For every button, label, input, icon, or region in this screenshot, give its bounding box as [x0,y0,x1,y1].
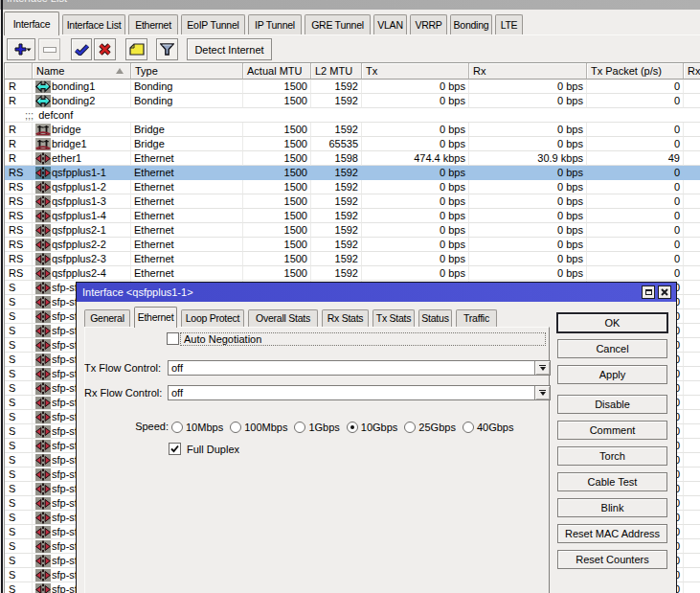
cell-l2-mtu: 65535 [311,137,362,151]
reset-mac-address-button[interactable]: Reset MAC Address [557,524,667,543]
dialog-tab-rx-stats[interactable]: Rx Stats [322,309,369,327]
ethernet-interface-icon [35,526,51,538]
column-header-tx[interactable]: Tx [362,63,469,80]
dialog-tab-traffic[interactable]: Traffic [456,309,497,327]
comment-button[interactable]: Comment [557,421,667,440]
column-header-rx[interactable]: Rx [469,63,587,80]
maximize-icon [645,289,652,295]
main-tab-vlan[interactable]: VLAN [373,14,407,34]
speed-option-10gbps[interactable]: 10Gbps [347,422,398,433]
cell-flags: S [5,453,33,468]
column-header-flags[interactable] [5,63,33,80]
cable-test-button[interactable]: Cable Test [557,472,667,491]
cell-rx-packet [684,94,700,108]
table-row-qsfpplus1-3[interactable]: RS qsfpplus1-3Ethernet150015920 bps0 bps… [5,194,700,209]
cell-flags: S [5,539,33,554]
tx-flow-control-select[interactable]: off [168,360,551,376]
radio-unselected-icon[interactable] [230,422,241,433]
torch-button[interactable]: Torch [557,446,667,466]
remove-button[interactable] [38,38,60,60]
radio-unselected-icon[interactable] [171,422,183,433]
main-tab-lte[interactable]: LTE [495,14,523,34]
dialog-titlebar[interactable]: Interface <qsfpplus1-1> [77,283,676,302]
column-header-rx-packet-p-s-[interactable]: Rx Packet (p/s) [684,63,700,80]
cell-type: Ethernet [131,266,243,281]
main-tab-ip-tunnel[interactable]: IP Tunnel [248,14,302,34]
column-header-l2-mtu[interactable]: L2 MTU [311,63,362,80]
table-row-qsfpplus2-4[interactable]: RS qsfpplus2-4Ethernet150015920 bps0 bps… [5,266,700,281]
reset-counters-button[interactable]: Reset Counters [557,550,667,569]
main-tab-ethernet[interactable]: Ethernet [128,14,178,34]
cell-tx-packet: 0 [587,223,684,238]
speed-option-25gbps[interactable]: 25Gbps [404,422,456,433]
column-header-type[interactable]: Type [131,63,243,80]
main-tab-bonding[interactable]: Bonding [450,14,492,34]
enable-button[interactable] [71,38,92,60]
main-window-titlebar[interactable]: Interface List [0,0,700,10]
dialog-close-button[interactable] [658,285,671,299]
table-row-qsfpplus1-1[interactable]: RS qsfpplus1-1Ethernet150015920 bps0 bps… [5,166,700,180]
cancel-button[interactable]: Cancel [557,339,667,358]
disable-button[interactable]: Disable [557,395,667,414]
dropdown-button[interactable] [534,386,550,399]
radio-unselected-icon[interactable] [294,422,305,433]
dialog-tab-status[interactable]: Status [418,309,452,327]
column-header-tx-packet-p-s-[interactable]: Tx Packet (p/s) [587,63,684,80]
filter-button[interactable] [156,38,178,60]
table-row-bonding1[interactable]: R bonding1Bonding150015920 bps0 bps0 [5,80,700,94]
table-row-qsfpplus2-2[interactable]: RS qsfpplus2-2Ethernet150015920 bps0 bps… [5,238,700,252]
ok-button[interactable]: OK [557,313,667,332]
ethernet-interface-icon [35,167,51,179]
table-row-qsfpplus1-4[interactable]: RS qsfpplus1-4Ethernet150015920 bps0 bps… [5,209,700,223]
dialog-tab-loop-protect[interactable]: Loop Protect [181,309,244,327]
speed-option-10mbps[interactable]: 10Mbps [171,422,223,433]
cell-flags: S [5,281,33,295]
interface-name: qsfpplus1-4 [52,209,106,222]
full-duplex-checkbox[interactable] [169,443,181,455]
dialog-tab-ethernet[interactable]: Ethernet [134,307,177,328]
dialog-tab-tx-stats[interactable]: Tx Stats [373,309,415,327]
speed-option-1gbps[interactable]: 1Gbps [294,422,339,433]
main-tab-interface[interactable]: Interface [4,11,59,35]
full-duplex-row: Full Duplex [169,443,239,455]
table-row-qsfpplus1-2[interactable]: RS qsfpplus1-2Ethernet150015920 bps0 bps… [5,180,700,194]
main-tab-interface-list[interactable]: Interface List [62,14,125,34]
table-row-bridge1[interactable]: R bridge1Bridge1500655350 bps0 bps0 [5,137,700,151]
table-row-qsfpplus2-3[interactable]: RS qsfpplus2-3Ethernet150015920 bps0 bps… [5,252,700,266]
radio-unselected-icon[interactable] [404,422,416,433]
cell-l2-mtu: 1592 [311,266,362,281]
table-comment-row[interactable]: ;;;defconf [5,108,700,123]
cell-flags: S [5,324,33,338]
dialog-maximize-button[interactable] [642,285,655,299]
speed-option-40gbps[interactable]: 40Gbps [463,422,514,433]
table-row-qsfpplus2-1[interactable]: RS qsfpplus2-1Ethernet150015920 bps0 bps… [5,223,700,238]
disable-button[interactable] [94,38,116,60]
table-row-ether1[interactable]: R ether1Ethernet15001598474.4 kbps30.9 k… [5,151,700,166]
main-tab-vrrp[interactable]: VRRP [410,14,447,34]
cell-rx-packet [684,496,700,511]
table-row-bonding2[interactable]: R bonding2Bonding150015920 bps0 bps0 [5,94,700,108]
column-header-name[interactable]: Name [33,63,131,80]
auto-negotiation-checkbox[interactable] [167,332,179,345]
dialog-tab-general[interactable]: General [84,309,130,327]
apply-button[interactable]: Apply [557,365,667,384]
add-button[interactable] [7,38,35,60]
dialog-tab-overall-stats[interactable]: Overall Stats [248,309,318,327]
blink-button[interactable]: Blink [557,498,667,517]
main-tab-gre-tunnel[interactable]: GRE Tunnel [305,14,371,34]
cell-rx-packet [684,468,700,482]
interface-name: sfp-sf [52,568,78,582]
table-row-bridge[interactable]: R bridgeBridge150015920 bps0 bps0 [5,123,700,137]
column-header-actual-mtu[interactable]: Actual MTU [243,63,311,80]
cell-l2-mtu: 1592 [311,252,362,266]
comment-button[interactable] [125,38,147,60]
dropdown-button[interactable] [534,361,550,375]
speed-option-100mbps[interactable]: 100Mbps [230,422,287,433]
main-tab-eoip-tunnel[interactable]: EoIP Tunnel [181,14,245,34]
interface-name: sfp-sf [52,324,78,337]
cell-actual-mtu: 1500 [243,252,311,266]
rx-flow-control-select[interactable]: off [168,385,551,400]
radio-unselected-icon[interactable] [463,422,474,433]
radio-selected-icon[interactable] [347,422,358,433]
detect-internet-button[interactable]: Detect Internet [187,38,272,60]
